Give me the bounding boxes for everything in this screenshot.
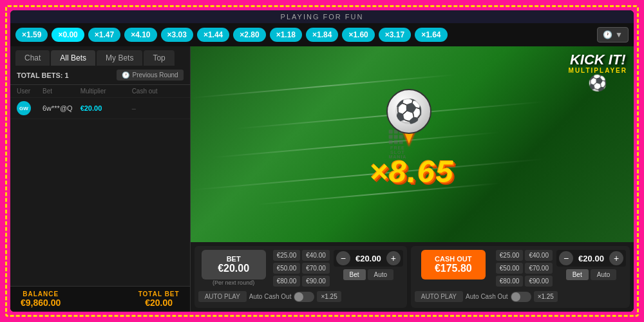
total-bet-info: TOTAL BET €20.00 — [138, 290, 180, 308]
bet-decrease-left[interactable]: − — [336, 251, 350, 265]
bets-header: TOTAL BETS: 1 🕐 Previous Round — [10, 66, 190, 85]
auto-play-button-right[interactable]: AUTO PLAY — [415, 291, 463, 302]
multiplier-pill-11: ×1.64 — [415, 28, 447, 42]
clock-small-icon: 🕐 — [122, 71, 129, 79]
dropdown-arrow: ▼ — [615, 30, 623, 39]
auto-tab-left[interactable]: Auto — [368, 269, 394, 280]
quick-bet-3[interactable]: €50.00 — [273, 263, 301, 274]
auto-play-button-left[interactable]: AUTO PLAY — [198, 291, 247, 302]
col-bet: Bet — [43, 88, 80, 95]
multiplier-pill-6: ×2.80 — [233, 28, 265, 42]
multiplier-badge-left: ×1.25 — [317, 291, 341, 302]
bet-panel-left: BET €20.00 (Per next round) €25.00 €40.0… — [194, 246, 407, 308]
multiplier-pill-0: ×1.59 — [15, 28, 48, 42]
quick-bet-r6[interactable]: €90.00 — [525, 276, 553, 287]
quick-bet-5[interactable]: €80.00 — [273, 276, 301, 287]
quick-bet-1[interactable]: €25.00 — [273, 250, 301, 261]
auto-cashout-toggle-left[interactable] — [294, 292, 314, 302]
multiplier-pill-10: ×3.17 — [379, 28, 411, 42]
football-ball: ⚽ — [386, 89, 438, 140]
bet-value-right: €20.00 — [575, 254, 607, 263]
col-cashout: Cash out — [132, 88, 184, 95]
multiplier-pill-1: ×0.00 — [52, 28, 84, 42]
username: 6w***@Q — [43, 104, 80, 112]
bet-button[interactable]: BET €20.00 — [202, 250, 266, 279]
quick-bets-left: €25.00 €40.00 €50.00 €70.00 €80.00 €90.0… — [273, 250, 330, 287]
logo-sub: MULTIPLAYER — [569, 67, 627, 74]
bet-amount: €20.00 — [80, 104, 132, 112]
bet-panel-right: CASH OUT €175.80 €25.00 €40.00 €50.00 €7… — [411, 246, 630, 308]
playing-bar: PLAYING FOR FUN — [10, 10, 634, 23]
multiplier-pill-3: ×4.10 — [124, 28, 156, 42]
multiplier-badge-right: ×1.25 — [534, 291, 558, 302]
left-panel: Chat All Bets My Bets Top TOTAL BETS: 1 … — [10, 46, 191, 312]
multiplier-pill-2: ×1.47 — [88, 28, 120, 42]
current-multiplier: ×8.65 — [370, 154, 454, 189]
history-button[interactable]: 🕐 ▼ — [597, 27, 629, 43]
bet-tab-left[interactable]: Bet — [343, 269, 366, 280]
auto-cashout-toggle-right[interactable] — [511, 292, 531, 302]
multiplier-pill-8: ×1.84 — [306, 28, 338, 42]
balance-info: BALANCE €9,860.00 — [21, 290, 61, 308]
quick-bet-r5[interactable]: €80.00 — [496, 276, 524, 287]
auto-tab-right[interactable]: Auto — [591, 269, 617, 280]
multiplier-pill-9: ×1.60 — [342, 28, 374, 42]
balance-label: BALANCE — [21, 290, 61, 298]
col-user: User — [17, 88, 43, 95]
quick-bet-r2[interactable]: €40.00 — [525, 250, 553, 261]
multiplier-pill-5: ×1.44 — [197, 28, 229, 42]
auto-play-row-right: AUTO PLAY Auto Cash Out ×1.25 — [415, 289, 626, 304]
bet-value-left: €20.00 — [352, 254, 384, 263]
tab-all-bets[interactable]: All Bets — [51, 50, 95, 66]
tab-my-bets[interactable]: My Bets — [97, 50, 142, 66]
quick-bets-right: €25.00 €40.00 €50.00 €70.00 €80.00 €90.0… — [496, 250, 553, 287]
bet-increase-left[interactable]: + — [386, 251, 401, 265]
quick-bet-r3[interactable]: €50.00 — [496, 263, 524, 274]
bets-table-header: User Bet Multiplier Cash out — [10, 85, 190, 98]
cashout-button[interactable]: CASH OUT €175.80 — [421, 250, 486, 279]
game-area: FREE SLOT MANIA ⚽ — [191, 46, 634, 312]
game-canvas: FREE SLOT MANIA ⚽ — [191, 46, 634, 242]
auto-play-row-left: AUTO PLAY Auto Cash Out ×1.25 — [198, 289, 403, 304]
quick-bet-r4[interactable]: €70.00 — [525, 263, 553, 274]
total-bet-value: €20.00 — [138, 298, 180, 308]
quick-bet-r1[interactable]: €25.00 — [496, 250, 524, 261]
avatar: GW — [17, 101, 31, 115]
game-logo: KICK IT! MULTIPLAYER ⚽ — [569, 53, 627, 92]
quick-bet-4[interactable]: €70.00 — [302, 263, 330, 274]
multiplier-pill-7: ×1.18 — [270, 28, 302, 42]
bet-controls: BET €20.00 (Per next round) €25.00 €40.0… — [191, 242, 634, 312]
bet-sub-text: (Per next round) — [213, 279, 254, 286]
multiplier-row: ×1.59×0.00×1.47×4.10×3.03×1.44×2.80×1.18… — [10, 23, 634, 46]
table-spacer — [10, 119, 190, 286]
prev-round-button[interactable]: 🕐 Previous Round — [117, 70, 183, 80]
bet-decrease-right[interactable]: − — [559, 251, 573, 265]
bet-adjuster-right: − €20.00 + — [556, 250, 626, 267]
quick-bet-6[interactable]: €90.00 — [302, 276, 330, 287]
clock-icon: 🕐 — [603, 30, 612, 39]
tab-top[interactable]: Top — [144, 50, 174, 66]
bet-adjuster-left: − €20.00 + — [334, 250, 403, 267]
total-bets-label: TOTAL BETS: 1 — [17, 71, 69, 79]
multiplier-pill-4: ×3.03 — [161, 28, 193, 42]
quick-bet-2[interactable]: €40.00 — [302, 250, 330, 261]
col-multiplier: Multiplier — [80, 88, 132, 95]
table-row: GW 6w***@Q €20.00 – — [10, 98, 190, 119]
auto-cash-out-label-right: Auto Cash Out — [466, 293, 508, 300]
total-bet-label: TOTAL BET — [138, 290, 180, 298]
tab-chat[interactable]: Chat — [15, 50, 50, 66]
balance-value: €9,860.00 — [21, 298, 61, 308]
cashout-value: – — [132, 104, 184, 112]
auto-cash-out-label-left: Auto Cash Out — [249, 293, 292, 300]
tabs-row: Chat All Bets My Bets Top — [10, 46, 190, 66]
balance-section: BALANCE €9,860.00 TOTAL BET €20.00 — [10, 286, 190, 312]
logo-text: KICK IT! — [569, 53, 627, 67]
bet-tab-right[interactable]: Bet — [566, 269, 589, 280]
bet-increase-right[interactable]: + — [609, 251, 623, 265]
